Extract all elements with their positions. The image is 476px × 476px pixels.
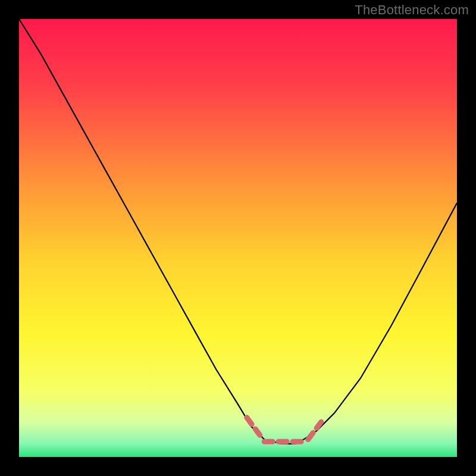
plot-area bbox=[19, 19, 457, 457]
watermark-text: TheBottleneck.com bbox=[355, 2, 469, 18]
gradient-background bbox=[19, 19, 457, 457]
chart-frame: TheBottleneck.com bbox=[0, 0, 476, 476]
plot-svg bbox=[19, 19, 457, 457]
